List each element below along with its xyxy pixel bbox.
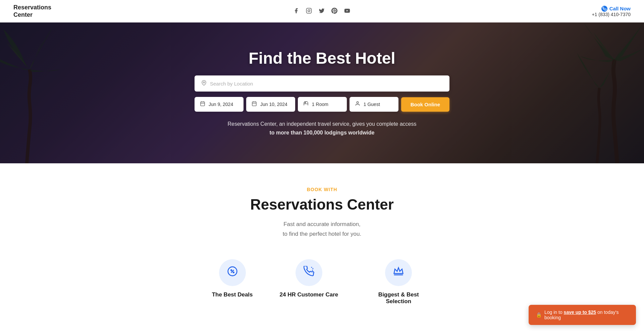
svg-point-14 bbox=[357, 102, 358, 103]
instagram-icon[interactable] bbox=[306, 8, 312, 15]
phone-support-icon bbox=[304, 266, 314, 279]
check-in-field[interactable]: Jun 9, 2024 bbox=[195, 97, 244, 112]
save-link[interactable]: save up to $25 bbox=[564, 310, 596, 315]
svg-rect-5 bbox=[201, 102, 205, 106]
call-number: +1 (833) 410-7370 bbox=[592, 12, 631, 17]
logo[interactable]: Reservations Center bbox=[13, 4, 51, 18]
guests-value: 1 Guest bbox=[364, 102, 380, 107]
crown-icon bbox=[393, 266, 404, 279]
svg-rect-13 bbox=[305, 102, 306, 103]
guests-field[interactable]: 1 Guest bbox=[350, 97, 398, 112]
feature-selection-title: Biggest & Best Selection bbox=[378, 291, 419, 304]
youtube-icon[interactable] bbox=[344, 8, 350, 15]
rooms-field[interactable]: 1 Room bbox=[298, 97, 347, 112]
deals-icon-wrap bbox=[219, 259, 246, 286]
svg-point-1 bbox=[308, 10, 310, 12]
calendar-out-icon bbox=[252, 101, 257, 108]
book-with-description: Fast and accurate information, to find t… bbox=[228, 220, 416, 239]
bed-icon bbox=[303, 101, 309, 108]
location-pin-icon bbox=[201, 80, 207, 87]
svg-point-18 bbox=[233, 272, 234, 273]
feature-selection: Biggest & Best Selection bbox=[365, 259, 432, 305]
phone-call-icon bbox=[601, 6, 607, 12]
login-toast[interactable]: 🔒 Log in to save up to $25 on today's bo… bbox=[529, 305, 636, 325]
call-section: Call Now +1 (833) 410-7370 bbox=[592, 6, 631, 17]
crown-icon-wrap bbox=[385, 259, 412, 286]
svg-rect-0 bbox=[306, 8, 311, 13]
calendar-icon bbox=[200, 101, 205, 108]
book-with-title: Reservations Center bbox=[13, 196, 631, 213]
hero-title: Find the Best Hotel bbox=[7, 49, 637, 67]
feature-deals: The Best Deals bbox=[212, 259, 253, 305]
person-icon bbox=[355, 101, 360, 108]
booking-row: Jun 9, 2024 Jun 10, 2024 bbox=[195, 97, 449, 112]
hero-description: Reservations Center, an independent trav… bbox=[7, 120, 637, 137]
header: Reservations Center bbox=[0, 0, 644, 22]
social-nav bbox=[293, 8, 350, 15]
book-with-label: BOOK WITH bbox=[13, 187, 631, 192]
call-now-label: Call Now bbox=[609, 6, 631, 11]
check-in-date: Jun 9, 2024 bbox=[209, 102, 233, 107]
svg-rect-9 bbox=[252, 102, 256, 106]
deals-icon bbox=[227, 266, 238, 279]
svg-point-2 bbox=[310, 9, 311, 10]
check-out-field[interactable]: Jun 10, 2024 bbox=[246, 97, 295, 112]
care-icon-wrap bbox=[296, 259, 322, 286]
search-input[interactable] bbox=[210, 81, 443, 87]
rooms-value: 1 Room bbox=[312, 102, 328, 107]
feature-care-title: 24 HR Customer Care bbox=[280, 291, 338, 298]
feature-care: 24 HR Customer Care bbox=[280, 259, 338, 305]
check-out-date: Jun 10, 2024 bbox=[260, 102, 287, 107]
facebook-icon[interactable] bbox=[293, 8, 299, 15]
hero-content: Find the Best Hotel bbox=[0, 49, 644, 137]
toast-text: Log in to save up to $25 on today's book… bbox=[544, 310, 629, 320]
hero-section: Find the Best Hotel bbox=[0, 22, 644, 163]
svg-point-4 bbox=[203, 82, 205, 83]
lock-icon: 🔒 bbox=[536, 312, 542, 318]
pinterest-icon[interactable] bbox=[331, 8, 337, 15]
feature-deals-title: The Best Deals bbox=[212, 291, 253, 298]
twitter-icon[interactable] bbox=[319, 8, 325, 15]
book-online-button[interactable]: Book Online bbox=[401, 97, 449, 112]
svg-point-17 bbox=[231, 270, 232, 271]
call-now-button[interactable]: Call Now bbox=[601, 6, 631, 12]
location-search-bar[interactable] bbox=[195, 75, 449, 92]
